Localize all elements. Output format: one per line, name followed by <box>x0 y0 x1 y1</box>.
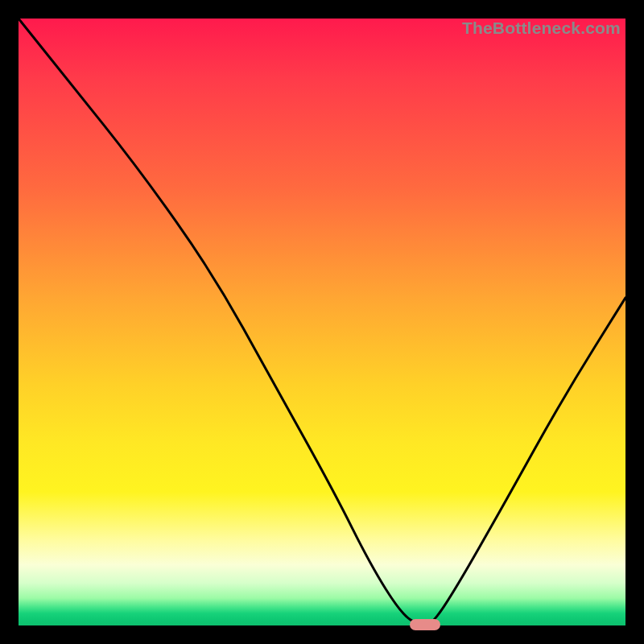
chart-plot-area: TheBottleneck.com <box>19 19 625 625</box>
watermark-text: TheBottleneck.com <box>462 19 621 38</box>
bottleneck-curve <box>19 19 625 625</box>
optimal-marker <box>410 619 440 630</box>
chart-frame: TheBottleneck.com <box>0 0 644 644</box>
